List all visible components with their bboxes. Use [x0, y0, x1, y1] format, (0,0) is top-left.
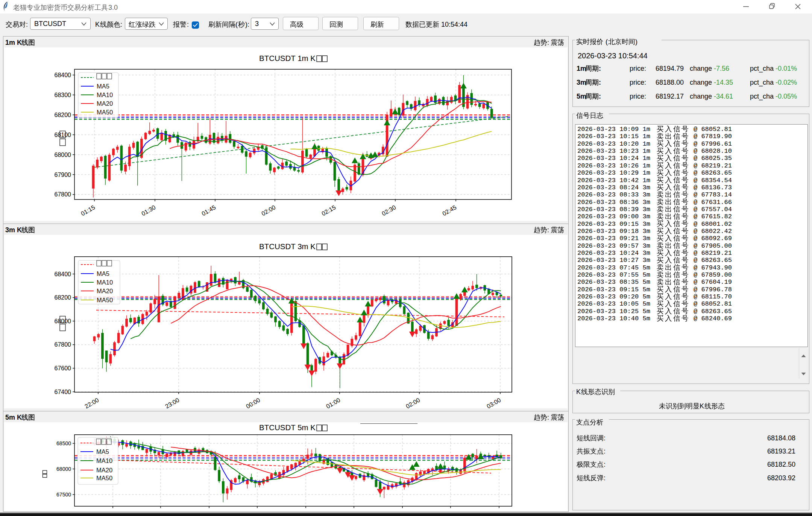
svg-text::: :	[599, 79, 601, 86]
svg-text::: :	[604, 474, 606, 482]
svg-text:3.0: 3.0	[108, 4, 118, 11]
svg-text::: :	[604, 448, 606, 455]
svg-text::: :	[599, 65, 601, 72]
svg-text::: :	[547, 414, 549, 421]
svg-text:K: K	[576, 388, 581, 396]
svg-text:K: K	[700, 402, 704, 410]
svg-text:): )	[635, 38, 637, 46]
svg-text::: :	[604, 461, 606, 468]
svg-text:(: (	[235, 21, 238, 28]
svg-text::: :	[604, 434, 606, 442]
svg-text::: :	[547, 226, 549, 234]
svg-text:10:54:44: 10:54:44	[441, 21, 467, 28]
svg-text::: :	[187, 21, 189, 28]
svg-text:):: ):	[245, 21, 249, 28]
svg-text:K: K	[95, 21, 100, 28]
svg-text::: :	[26, 21, 28, 28]
svg-text::: :	[547, 39, 549, 46]
svg-text::: :	[599, 93, 601, 100]
svg-text::: :	[120, 21, 122, 28]
svg-text:(: (	[606, 38, 608, 46]
